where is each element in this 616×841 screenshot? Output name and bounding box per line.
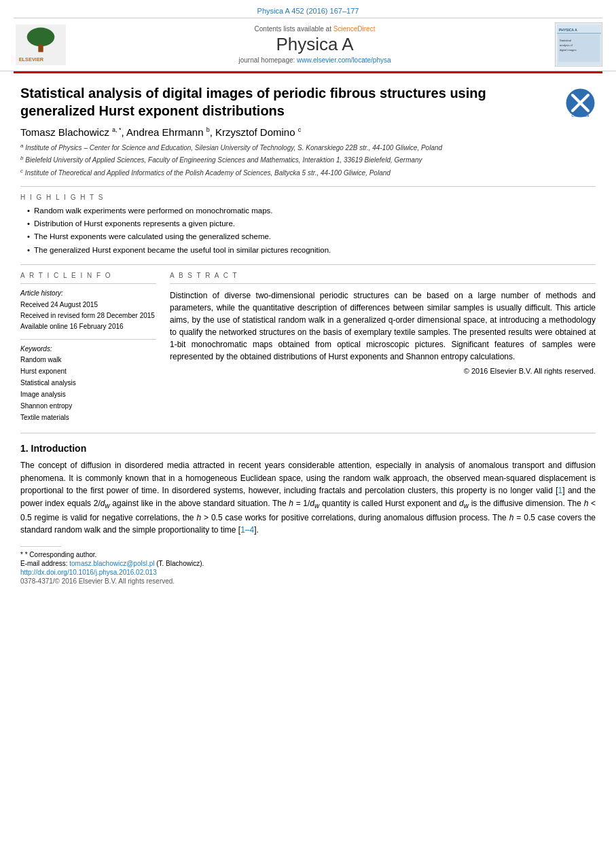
- svg-text:PHYSICA A: PHYSICA A: [559, 28, 577, 32]
- contents-available: Contents lists available at ScienceDirec…: [75, 25, 555, 33]
- highlights-list: Random walk experiments were performed o…: [20, 205, 596, 256]
- svg-text:ELSEVIER: ELSEVIER: [19, 56, 44, 62]
- highlight-item: Random walk experiments were performed o…: [27, 205, 596, 217]
- abstract-rule: [170, 283, 596, 284]
- svg-point-1: [27, 27, 55, 46]
- highlight-item: The generalized Hurst exponent became th…: [27, 245, 596, 256]
- journal-header: Physica A 452 (2016) 167–177: [0, 0, 616, 15]
- homepage-link[interactable]: www.elsevier.com/locate/physa: [297, 56, 391, 64]
- svg-rect-2: [38, 44, 43, 52]
- highlight-item: Distribution of Hurst exponents represen…: [27, 218, 596, 230]
- sciencedirect-link[interactable]: ScienceDirect: [333, 25, 376, 33]
- keywords-label: Keywords:: [20, 345, 156, 353]
- svg-text:CrossMark: CrossMark: [572, 113, 590, 118]
- keywords-list: Random walk Hurst exponent Statistical a…: [20, 354, 156, 423]
- ref-1-4[interactable]: 1–4: [240, 525, 254, 535]
- section-rule-1: [20, 186, 596, 187]
- article-info-rule: [20, 283, 156, 284]
- page: Physica A 452 (2016) 167–177 ELSEVIER Co…: [0, 0, 616, 841]
- svg-text:digital images: digital images: [560, 48, 576, 52]
- footer-rule: [20, 546, 61, 547]
- history-label: Article history:: [20, 289, 156, 297]
- main-content: Statistical analysis of digital images o…: [0, 73, 616, 598]
- abstract-text: Distinction of diverse two-dimensional p…: [170, 289, 596, 363]
- received-date: Received 24 August 2015 Received in revi…: [20, 300, 156, 332]
- abstract-copyright: © 2016 Elsevier B.V. All rights reserved…: [170, 367, 596, 375]
- doi-line[interactable]: http://dx.doi.org/10.1016/j.physa.2016.0…: [20, 569, 596, 576]
- footnote-corresponding: * * Corresponding author.: [20, 551, 596, 558]
- elsevier-logo: ELSEVIER: [14, 24, 68, 65]
- crossmark-logo[interactable]: CrossMark: [565, 88, 596, 118]
- highlight-item: The Hurst exponents were calculated usin…: [27, 231, 596, 243]
- author-blachowicz: Tomasz Blachowicz: [20, 126, 112, 138]
- affil-b: b Bielefeld University of Applied Scienc…: [20, 154, 596, 165]
- article-title-section: Statistical analysis of digital images o…: [20, 84, 596, 120]
- article-info-label: A R T I C L E I N F O: [20, 272, 156, 279]
- banner-center: Contents lists available at ScienceDirec…: [75, 25, 555, 64]
- section-rule-2: [20, 264, 596, 265]
- journal-doi-line: Physica A 452 (2016) 167–177: [14, 7, 602, 15]
- svg-text:Statistical: Statistical: [560, 39, 571, 42]
- introduction-section: 1. Introduction The concept of diffusion…: [20, 443, 596, 537]
- author-ehrmann: Andrea Ehrmann: [126, 126, 206, 138]
- ref-1[interactable]: 1: [558, 486, 563, 495]
- two-col-section: A R T I C L E I N F O Article history: R…: [20, 272, 596, 423]
- journal-thumbnail: PHYSICA A Statistical analysis of digita…: [555, 22, 602, 67]
- highlights-section: H I G H L I G H T S Random walk experime…: [20, 194, 596, 256]
- banner-left: ELSEVIER: [14, 24, 75, 65]
- affil-c: c Institute of Theoretical and Applied I…: [20, 167, 596, 178]
- article-info-section: Article history: Received 24 August 2015…: [20, 289, 156, 423]
- email-link[interactable]: tomasz.blachowicz@polsl.pl: [69, 560, 154, 567]
- abstract-col: A B S T R A C T Distinction of diverse t…: [170, 272, 596, 423]
- keywords-rule: [20, 339, 156, 340]
- rights-line: 0378-4371/© 2016 Elsevier B.V. All right…: [20, 577, 596, 585]
- svg-text:analysis of: analysis of: [560, 43, 573, 47]
- journal-homepage: journal homepage: www.elsevier.com/locat…: [75, 56, 555, 64]
- section-rule-3: [20, 433, 596, 433]
- article-title: Statistical analysis of digital images o…: [20, 84, 565, 120]
- footnote-email: E-mail address: tomasz.blachowicz@polsl.…: [20, 560, 596, 567]
- intro-heading: 1. Introduction: [20, 443, 596, 454]
- physica-a-title: Physica A: [75, 34, 555, 55]
- intro-paragraph: The concept of diffusion in disordered m…: [20, 459, 596, 537]
- author-domino: Krzysztof Domino: [215, 126, 298, 138]
- journal-banner: ELSEVIER Contents lists available at Sci…: [0, 18, 616, 71]
- authors-line: Tomasz Blachowicz a, *, Andrea Ehrmann b…: [20, 126, 596, 138]
- doi-link[interactable]: http://dx.doi.org/10.1016/j.physa.2016.0…: [20, 569, 157, 576]
- abstract-label: A B S T R A C T: [170, 272, 596, 279]
- affiliations: a Institute of Physics – Center for Scie…: [20, 142, 596, 178]
- highlights-label: H I G H L I G H T S: [20, 194, 596, 201]
- article-info-col: A R T I C L E I N F O Article history: R…: [20, 272, 156, 423]
- affil-a: a Institute of Physics – Center for Scie…: [20, 142, 596, 153]
